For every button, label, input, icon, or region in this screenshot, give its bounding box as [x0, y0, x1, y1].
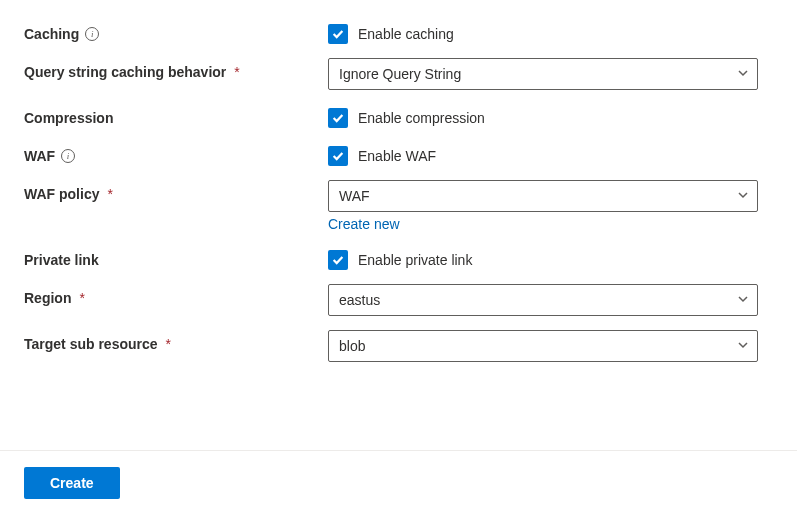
chevron-down-icon	[737, 66, 749, 82]
chevron-down-icon	[737, 338, 749, 354]
query-string-select[interactable]: Ignore Query String	[328, 58, 758, 90]
enable-compression-label: Enable compression	[358, 110, 485, 126]
footer: Create	[0, 450, 797, 515]
query-string-label: Query string caching behavior *	[24, 58, 328, 80]
info-icon[interactable]: i	[61, 149, 75, 163]
caching-label: Caching i	[24, 20, 328, 42]
target-sub-resource-select[interactable]: blob	[328, 330, 758, 362]
check-icon	[331, 111, 345, 125]
check-icon	[331, 149, 345, 163]
waf-label: WAF i	[24, 142, 328, 164]
enable-private-link-label: Enable private link	[358, 252, 472, 268]
enable-waf-checkbox[interactable]	[328, 146, 348, 166]
waf-policy-label: WAF policy *	[24, 180, 328, 202]
waf-policy-select[interactable]: WAF	[328, 180, 758, 212]
region-label: Region *	[24, 284, 328, 306]
enable-waf-label: Enable WAF	[358, 148, 436, 164]
check-icon	[331, 253, 345, 267]
enable-caching-checkbox[interactable]	[328, 24, 348, 44]
enable-caching-label: Enable caching	[358, 26, 454, 42]
compression-label: Compression	[24, 104, 328, 126]
check-icon	[331, 27, 345, 41]
info-icon[interactable]: i	[85, 27, 99, 41]
chevron-down-icon	[737, 188, 749, 204]
create-button[interactable]: Create	[24, 467, 120, 499]
target-sub-resource-label: Target sub resource *	[24, 330, 328, 352]
chevron-down-icon	[737, 292, 749, 308]
enable-private-link-checkbox[interactable]	[328, 250, 348, 270]
private-link-label: Private link	[24, 246, 328, 268]
region-select[interactable]: eastus	[328, 284, 758, 316]
create-new-link[interactable]: Create new	[328, 216, 400, 232]
enable-compression-checkbox[interactable]	[328, 108, 348, 128]
